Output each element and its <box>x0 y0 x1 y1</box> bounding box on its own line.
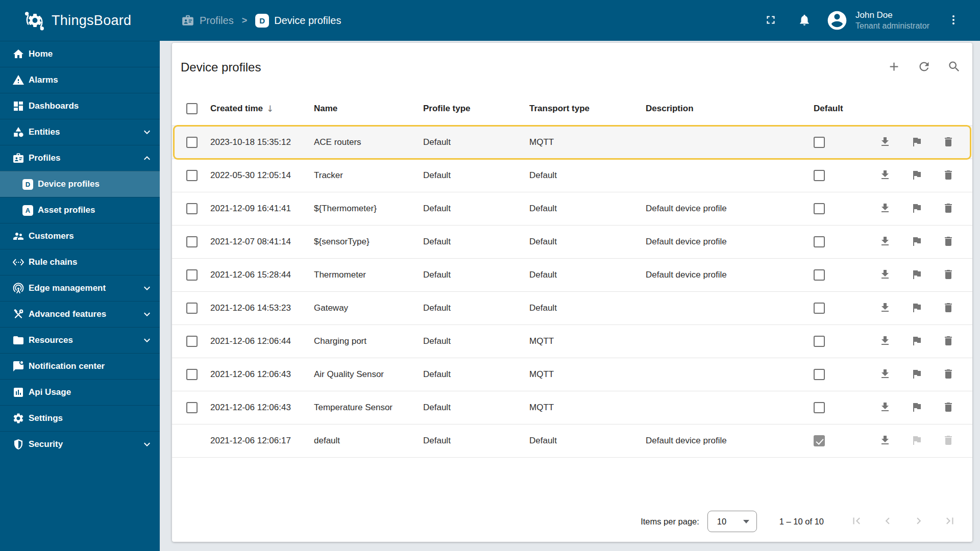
sidebar-item-customers[interactable]: Customers <box>0 223 160 249</box>
sidebar-item-entities[interactable]: Entities <box>0 119 160 145</box>
row-checkbox[interactable] <box>186 303 198 314</box>
table-row[interactable]: 2021-12-06 12:06:43Temperature SensorDef… <box>172 391 972 424</box>
export-profile-button[interactable] <box>875 198 895 219</box>
make-default-button[interactable] <box>906 298 927 318</box>
default-checkbox[interactable] <box>814 269 825 281</box>
page-size-select[interactable]: 10 <box>707 511 757 532</box>
export-profile-button[interactable] <box>875 265 895 285</box>
user-name: John Doe <box>855 10 936 21</box>
sidebar-item-rule-chains[interactable]: Rule chains <box>0 249 160 275</box>
default-checkbox[interactable] <box>814 303 825 314</box>
cell-transport-type: Default <box>529 170 646 181</box>
column-header-description[interactable]: Description <box>646 104 814 114</box>
export-profile-button[interactable] <box>875 132 895 153</box>
default-checkbox[interactable] <box>814 336 825 347</box>
column-header-name[interactable]: Name <box>314 104 423 114</box>
make-default-button[interactable] <box>906 364 927 385</box>
app-logo[interactable]: ThingsBoard <box>0 0 160 41</box>
table-row[interactable]: 2021-12-06 12:06:43Air Quality SensorDef… <box>172 358 972 391</box>
add-button[interactable] <box>884 57 904 78</box>
table-row[interactable]: 2021-12-06 15:28:44ThermometerDefaultDef… <box>172 259 972 292</box>
sidebar-item-security[interactable]: Security <box>0 431 160 457</box>
fullscreen-button[interactable] <box>761 10 781 31</box>
breadcrumb-item-profiles[interactable]: Profiles <box>181 14 234 27</box>
delete-profile-button[interactable] <box>938 132 959 153</box>
row-checkbox[interactable] <box>186 170 198 181</box>
column-header-transport-type[interactable]: Transport type <box>529 104 646 114</box>
notifications-button[interactable] <box>794 10 815 31</box>
delete-profile-button[interactable] <box>938 232 959 252</box>
default-checkbox[interactable] <box>814 236 825 247</box>
make-default-button[interactable] <box>906 198 927 219</box>
sidebar-item-asset-profiles[interactable]: AAsset profiles <box>0 197 160 223</box>
cell-actions <box>875 232 972 252</box>
table-row[interactable]: 2022-05-30 12:05:14TrackerDefaultDefault <box>172 159 972 192</box>
export-profile-button[interactable] <box>875 331 895 352</box>
table-row[interactable]: 2021-12-06 12:06:44Charging portDefaultM… <box>172 325 972 358</box>
delete-profile-button[interactable] <box>938 198 959 219</box>
table-row[interactable]: 2023-10-18 15:35:12ACE routersDefaultMQT… <box>172 126 972 159</box>
row-checkbox[interactable] <box>186 336 198 347</box>
search-icon <box>947 60 961 75</box>
column-header-profile-type[interactable]: Profile type <box>423 104 529 114</box>
search-button[interactable] <box>944 57 964 78</box>
sidebar-item-resources[interactable]: Resources <box>0 327 160 353</box>
sidebar-item-home[interactable]: Home <box>0 41 160 67</box>
delete-profile-button[interactable] <box>938 397 959 418</box>
default-checkbox[interactable] <box>814 137 825 148</box>
default-checkbox[interactable] <box>814 170 825 181</box>
cell-actions <box>875 298 972 318</box>
make-default-button[interactable] <box>906 265 927 285</box>
row-checkbox[interactable] <box>186 137 198 148</box>
make-default-button[interactable] <box>906 397 927 418</box>
make-default-button[interactable] <box>906 232 927 252</box>
default-checkbox[interactable] <box>814 369 825 380</box>
column-header-default[interactable]: Default <box>814 104 875 114</box>
select-all-checkbox[interactable] <box>186 103 198 114</box>
delete-icon <box>942 169 954 183</box>
table-row[interactable]: 2021-12-09 16:41:41${Thermometer}Default… <box>172 192 972 226</box>
sidebar-item-dashboards[interactable]: Dashboards <box>0 93 160 119</box>
make-default-button[interactable] <box>906 132 927 153</box>
sidebar-item-edge-management[interactable]: Edge management <box>0 275 160 301</box>
export-profile-button[interactable] <box>875 397 895 418</box>
sidebar-item-settings[interactable]: Settings <box>0 405 160 431</box>
sidebar-item-profiles[interactable]: Profiles <box>0 145 160 171</box>
sidebar-item-alarms[interactable]: Alarms <box>0 67 160 93</box>
sidebar-item-device-profiles[interactable]: DDevice profiles <box>0 171 160 197</box>
table-row[interactable]: 2021-12-06 12:06:17defaultDefaultDefault… <box>172 424 972 458</box>
sidebar-item-label: Advanced features <box>29 309 106 319</box>
row-checkbox[interactable] <box>186 269 198 281</box>
export-profile-button[interactable] <box>875 364 895 385</box>
refresh-button[interactable] <box>914 57 934 78</box>
export-profile-button[interactable] <box>875 298 895 318</box>
table-row[interactable]: 2021-12-06 14:53:23GatewayDefaultDefault <box>172 292 972 325</box>
sidebar-item-api-usage[interactable]: Api Usage <box>0 379 160 405</box>
column-header-created-time[interactable]: Created time ↓ <box>210 104 314 114</box>
export-profile-button[interactable] <box>875 232 895 252</box>
sidebar-item-notification-center[interactable]: Notification center <box>0 353 160 379</box>
row-checkbox[interactable] <box>186 236 198 247</box>
delete-profile-button[interactable] <box>938 331 959 352</box>
default-checkbox[interactable] <box>814 203 825 214</box>
row-checkbox[interactable] <box>186 402 198 413</box>
delete-profile-button[interactable] <box>938 364 959 385</box>
sidebar-item-advanced-features[interactable]: Advanced features <box>0 301 160 327</box>
dropdown-arrow-icon <box>743 520 749 523</box>
avatar[interactable] <box>826 9 848 32</box>
row-checkbox[interactable] <box>186 369 198 380</box>
delete-profile-button[interactable] <box>938 298 959 318</box>
table-row[interactable]: 2021-12-07 08:41:14${sensorType}DefaultD… <box>172 226 972 259</box>
export-profile-button[interactable] <box>875 165 895 186</box>
user-menu[interactable]: John Doe Tenant administrator <box>855 10 936 32</box>
make-default-button[interactable] <box>906 165 927 186</box>
export-profile-button[interactable] <box>875 431 895 451</box>
delete-profile-button[interactable] <box>938 165 959 186</box>
row-checkbox[interactable] <box>186 203 198 214</box>
delete-profile-button[interactable] <box>938 265 959 285</box>
more-menu-button[interactable] <box>943 10 964 31</box>
make-default-button[interactable] <box>906 331 927 352</box>
default-checkbox[interactable] <box>814 402 825 413</box>
sidebar-item-label: Asset profiles <box>38 205 95 215</box>
cell-name: ${Thermometer} <box>314 204 423 214</box>
